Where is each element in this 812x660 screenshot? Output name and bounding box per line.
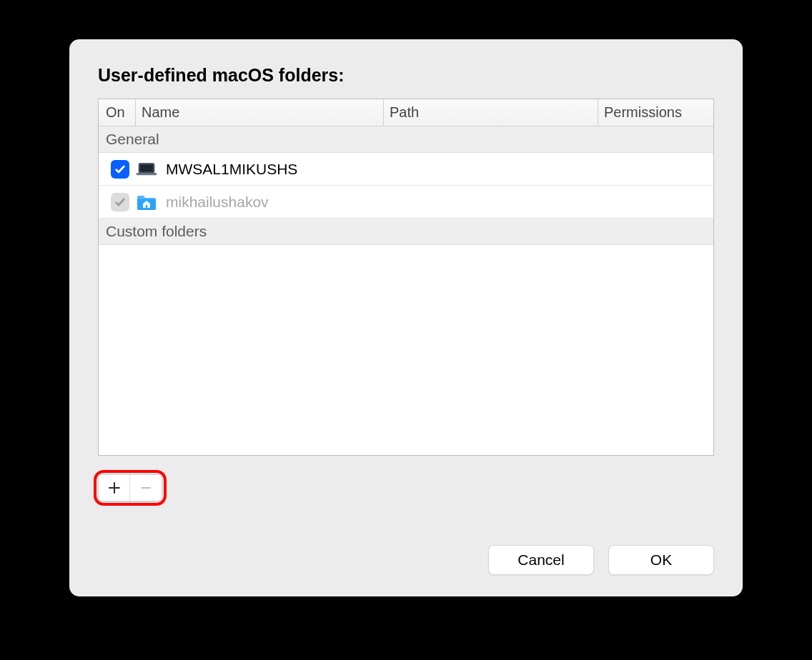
column-header-path[interactable]: Path (384, 99, 598, 126)
cancel-button[interactable]: Cancel (488, 545, 594, 575)
laptop-icon (136, 162, 157, 176)
column-header-on[interactable]: On (99, 99, 136, 126)
row-name: MWSAL1MIKUSHS (166, 161, 297, 178)
table-row[interactable]: MWSAL1MIKUSHS (99, 153, 713, 186)
section-header-general: General (99, 126, 713, 153)
folders-table: On Name Path Permissions General (98, 99, 714, 456)
column-header-name[interactable]: Name (136, 99, 384, 126)
remove-button[interactable] (130, 475, 162, 501)
svg-rect-2 (137, 173, 157, 175)
table-empty-area (99, 245, 713, 455)
home-folder-icon (136, 193, 157, 211)
checkbox-disabled (111, 193, 129, 211)
add-button[interactable] (99, 475, 130, 501)
highlight-ring (94, 470, 167, 506)
table-header: On Name Path Permissions (99, 99, 713, 126)
section-header-custom: Custom folders (99, 219, 713, 245)
minus-icon (139, 481, 152, 494)
svg-rect-1 (140, 164, 153, 171)
dialog: User-defined macOS folders: On Name Path… (69, 39, 743, 596)
row-name: mikhailushakov (166, 194, 269, 211)
ok-button[interactable]: OK (608, 545, 714, 575)
dialog-footer: Cancel OK (98, 545, 714, 575)
checkbox-enabled[interactable] (111, 160, 129, 179)
add-remove-controls (98, 474, 714, 510)
dialog-title: User-defined macOS folders: (98, 65, 714, 86)
plus-icon (108, 481, 121, 494)
table-row[interactable]: mikhailushakov (99, 186, 713, 219)
column-header-permissions[interactable]: Permissions (598, 99, 713, 126)
